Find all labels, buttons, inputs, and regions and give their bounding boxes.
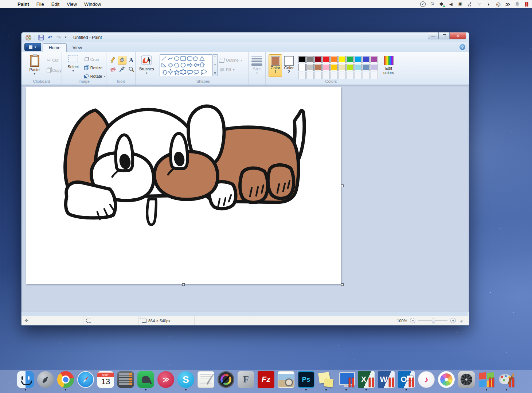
- text-tool[interactable]: A: [127, 56, 136, 65]
- notification-bell-icon[interactable]: [514, 1, 520, 7]
- dock-textedit-icon[interactable]: [197, 371, 215, 388]
- dock-filezilla-icon[interactable]: Fz: [257, 371, 275, 388]
- color-swatch-880015[interactable]: [314, 56, 322, 63]
- dock-calculator-icon[interactable]: [117, 371, 134, 388]
- title-bar[interactable]: ↶ ↷ ▼ Untitled - Paint — ✕: [21, 32, 469, 42]
- fastlane-icon[interactable]: ≫: [505, 1, 511, 7]
- color-swatch-b5e61d[interactable]: [347, 64, 354, 71]
- menu-view[interactable]: View: [63, 1, 81, 7]
- dock-parallels-vm-icon[interactable]: [337, 371, 355, 390]
- settings-badge-icon[interactable]: ✱: [438, 1, 445, 7]
- pencil-tool[interactable]: [109, 56, 117, 65]
- dock-itunes-icon[interactable]: ♪: [418, 371, 435, 388]
- dock-safari-icon[interactable]: [77, 371, 94, 388]
- color-swatch-efe4b0[interactable]: [339, 64, 346, 71]
- shapes-gallery[interactable]: [160, 54, 213, 76]
- color-swatch-c8bfe7[interactable]: [371, 64, 378, 71]
- dock-paint-icon[interactable]: [498, 371, 515, 390]
- dock-outlook-icon[interactable]: O: [398, 371, 415, 390]
- scanner-icon[interactable]: ▣: [457, 1, 463, 7]
- flag-icon[interactable]: ⚐: [429, 1, 435, 7]
- dock-font-book-icon[interactable]: F: [237, 371, 255, 388]
- color-swatch-ed1c24[interactable]: [322, 56, 330, 63]
- time-machine-icon[interactable]: ✓: [420, 1, 426, 7]
- canvas-resize-handle-bottom[interactable]: [182, 283, 185, 286]
- color-swatch-empty[interactable]: [347, 72, 354, 79]
- zoom-in-button[interactable]: +: [450, 318, 456, 323]
- color1-button[interactable]: Color1: [269, 54, 282, 77]
- dock-photoshop-icon[interactable]: Ps: [297, 371, 315, 390]
- cut-button[interactable]: ✂ Cut: [47, 57, 62, 64]
- dock-finder-icon[interactable]: [17, 371, 34, 390]
- dock-skitch-icon[interactable]: [157, 371, 175, 388]
- brushes-button[interactable]: Brushes ▼: [137, 54, 156, 85]
- eraser-tool[interactable]: [109, 65, 117, 74]
- copy-button[interactable]: Copy: [47, 67, 62, 74]
- color-swatch-empty[interactable]: [339, 72, 346, 79]
- file-menu-button[interactable]: ▼: [24, 43, 41, 51]
- volume-icon[interactable]: ◀): [448, 1, 454, 7]
- tab-home[interactable]: Home: [43, 43, 67, 52]
- canvas-resize-handle-corner[interactable]: [341, 283, 344, 286]
- evernote-icon[interactable]: ◗: [486, 1, 492, 7]
- color-swatch-empty[interactable]: [355, 72, 362, 79]
- canvas-resize-handle-right[interactable]: [341, 184, 344, 187]
- zoom-slider[interactable]: [418, 320, 447, 321]
- color-swatch-ffaec9[interactable]: [322, 64, 330, 71]
- dock-skype-icon[interactable]: S: [177, 371, 195, 390]
- menu-file[interactable]: File: [33, 1, 48, 7]
- color-swatch-b97a57[interactable]: [314, 64, 322, 71]
- dock-photos-icon[interactable]: [438, 371, 455, 388]
- dock-excel-icon[interactable]: X: [357, 371, 375, 390]
- color-swatch-empty[interactable]: [322, 72, 330, 79]
- color-swatch-00a2e8[interactable]: [355, 56, 362, 63]
- shapes-gallery-scrollbar[interactable]: ▲ ▼ ▼: [213, 54, 218, 76]
- dock-launchpad-icon[interactable]: [37, 371, 54, 388]
- maximize-button[interactable]: [439, 32, 450, 39]
- color-swatch-c3c3c3[interactable]: [306, 64, 314, 71]
- paint-app-icon[interactable]: [25, 35, 32, 40]
- resize-grip[interactable]: ◢: [459, 319, 462, 323]
- color-swatch-3f48cc[interactable]: [363, 56, 370, 63]
- color-swatch-empty[interactable]: [371, 72, 378, 79]
- color-swatch-empty[interactable]: [330, 72, 338, 79]
- dock-calendar-icon[interactable]: OCT13: [97, 371, 114, 388]
- resize-button[interactable]: Resize: [84, 64, 106, 71]
- rotate-button[interactable]: Rotate ▼: [84, 73, 106, 80]
- qat-dropdown-icon[interactable]: ▼: [64, 36, 67, 39]
- color-swatch-empty[interactable]: [306, 72, 314, 79]
- color-swatch-empty[interactable]: [363, 72, 370, 79]
- parallels-paused-icon[interactable]: [524, 1, 530, 7]
- dock-chrome-icon[interactable]: [57, 371, 74, 390]
- dock-color-meter-icon[interactable]: [217, 371, 235, 388]
- menu-paint[interactable]: Paint: [14, 1, 33, 7]
- dock-preview-icon[interactable]: [277, 371, 295, 388]
- color-swatch-fff200[interactable]: [339, 56, 346, 63]
- color-swatch-ff7f27[interactable]: [330, 56, 338, 63]
- color2-button[interactable]: Color2: [282, 54, 296, 77]
- color-swatch-000000[interactable]: [298, 56, 306, 63]
- color-swatch-7f7f7f[interactable]: [306, 56, 314, 63]
- color-swatch-22b14c[interactable]: [347, 56, 354, 63]
- power-plug-icon[interactable]: ⌥: [467, 1, 473, 7]
- crop-button[interactable]: Crop: [84, 56, 106, 63]
- color-picker-tool[interactable]: [118, 65, 126, 74]
- close-button[interactable]: ✕: [450, 32, 466, 39]
- size-button[interactable]: Size ▼: [249, 54, 265, 85]
- chevron-down-icon[interactable]: ▽: [476, 1, 482, 7]
- redo-button[interactable]: ↷: [55, 35, 62, 40]
- dock-word-icon[interactable]: W: [378, 371, 395, 388]
- dock-stickies-icon[interactable]: [317, 371, 335, 390]
- dock-evernote-icon[interactable]: [137, 371, 154, 390]
- tab-view[interactable]: View: [67, 44, 88, 52]
- color-swatch-ffffff[interactable]: [298, 64, 306, 71]
- outline-button[interactable]: Outline ▼: [220, 57, 243, 64]
- dock-windows-start-icon[interactable]: [478, 371, 495, 390]
- help-icon[interactable]: ?: [459, 44, 465, 50]
- undo-button[interactable]: ↶: [47, 35, 53, 40]
- color-swatch-7092be[interactable]: [363, 64, 370, 71]
- save-button[interactable]: [38, 35, 44, 40]
- fill-tool-selected[interactable]: [118, 56, 126, 65]
- dock-system-preferences-icon[interactable]: [458, 371, 475, 388]
- menu-window[interactable]: Window: [81, 1, 105, 7]
